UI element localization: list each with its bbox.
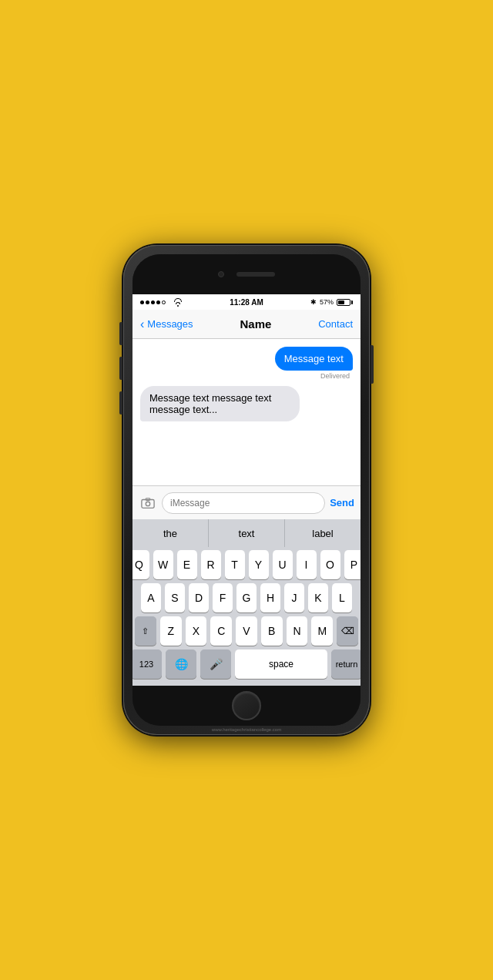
send-button[interactable]: Send — [330, 497, 354, 508]
svg-point-1 — [146, 502, 149, 505]
keyboard-row-2: A S D F G H J K L — [135, 583, 358, 612]
received-message-text: Message text message text message text..… — [149, 392, 271, 415]
autocomplete-item-the[interactable]: the — [132, 519, 209, 547]
key-l[interactable]: L — [332, 583, 352, 612]
delivered-status: Delivered — [320, 372, 350, 380]
signal-dot-3 — [151, 300, 155, 304]
svg-rect-0 — [142, 499, 154, 508]
key-k[interactable]: K — [308, 583, 328, 612]
key-n[interactable]: N — [287, 616, 308, 646]
conversation-name: Name — [240, 317, 271, 331]
key-j[interactable]: J — [284, 583, 304, 612]
key-q[interactable]: Q — [132, 550, 149, 579]
status-time: 11:28 AM — [230, 298, 263, 307]
sent-message-text: Message text — [284, 353, 344, 364]
phone-bottom-hardware — [132, 686, 361, 726]
phone-top-hardware — [132, 254, 361, 294]
key-m[interactable]: M — [311, 616, 333, 646]
key-p[interactable]: P — [344, 550, 361, 579]
key-g[interactable]: G — [236, 583, 257, 612]
key-y[interactable]: Y — [249, 550, 269, 579]
status-right-icons: ✱ 57% — [310, 298, 353, 306]
signal-dot-2 — [146, 300, 149, 304]
key-h[interactable]: H — [260, 583, 280, 612]
key-c[interactable]: C — [210, 616, 232, 646]
key-o[interactable]: O — [320, 550, 340, 579]
message-input-area: Send — [132, 485, 361, 519]
battery-percent: 57% — [320, 298, 334, 306]
keyboard-row-4: 123 🌐 🎤 space return — [135, 649, 358, 679]
sent-bubble: Message text — [275, 347, 353, 371]
key-x[interactable]: X — [186, 616, 207, 646]
key-delete[interactable]: ⌫ — [337, 616, 358, 646]
phone-frame: 11:28 AM ✱ 57% ‹ Messages — [123, 245, 370, 735]
home-button[interactable] — [232, 691, 261, 720]
autocomplete-bar: the text label — [132, 519, 361, 547]
key-f[interactable]: F — [213, 583, 233, 612]
key-d[interactable]: D — [189, 583, 209, 612]
status-bar: 11:28 AM ✱ 57% — [132, 294, 361, 310]
back-chevron-icon: ‹ — [140, 317, 144, 331]
keyboard: Q W E R T Y U I O P A S D F G — [132, 547, 361, 686]
key-mic[interactable]: 🎤 — [200, 649, 231, 679]
signal-dot-1 — [140, 300, 144, 304]
keyboard-row-3: ⇧ Z X C V B N M ⌫ — [135, 616, 358, 646]
key-b[interactable]: B — [261, 616, 283, 646]
key-return[interactable]: return — [331, 649, 361, 679]
key-globe[interactable]: 🌐 — [166, 649, 196, 679]
navigation-bar: ‹ Messages Name Contact — [132, 310, 361, 339]
signal-indicator — [140, 295, 182, 309]
key-s[interactable]: S — [165, 583, 185, 612]
key-a[interactable]: A — [141, 583, 161, 612]
key-r[interactable]: R — [201, 550, 221, 579]
received-message-row: Message text message text message text..… — [140, 386, 353, 421]
contact-button[interactable]: Contact — [318, 318, 353, 330]
key-v[interactable]: V — [236, 616, 257, 646]
key-i[interactable]: I — [297, 550, 317, 579]
key-shift[interactable]: ⇧ — [135, 616, 156, 646]
received-bubble: Message text message text message text..… — [140, 386, 300, 421]
back-label: Messages — [147, 318, 193, 330]
signal-dot-5 — [162, 300, 166, 304]
key-t[interactable]: T — [225, 550, 245, 579]
autocomplete-item-label[interactable]: label — [285, 519, 361, 547]
screen: 11:28 AM ✱ 57% ‹ Messages — [132, 294, 361, 686]
keyboard-row-1: Q W E R T Y U I O P — [135, 550, 358, 579]
phone-body: 11:28 AM ✱ 57% ‹ Messages — [132, 254, 361, 726]
key-z[interactable]: Z — [160, 616, 182, 646]
camera-icon[interactable] — [139, 494, 157, 512]
key-u[interactable]: U — [273, 550, 293, 579]
battery-icon — [337, 299, 353, 306]
watermark: www.heritagechristiancollege.com — [212, 727, 281, 732]
autocomplete-item-text[interactable]: text — [209, 519, 285, 547]
back-button[interactable]: ‹ Messages — [140, 317, 193, 331]
front-camera — [218, 271, 224, 277]
bluetooth-icon: ✱ — [310, 298, 317, 306]
earpiece-speaker — [236, 272, 275, 277]
wifi-icon — [174, 298, 182, 307]
key-w[interactable]: W — [153, 550, 173, 579]
key-e[interactable]: E — [177, 550, 197, 579]
key-123[interactable]: 123 — [132, 649, 162, 679]
imessage-input[interactable] — [162, 492, 325, 514]
key-space[interactable]: space — [235, 649, 327, 679]
signal-dot-4 — [156, 300, 160, 304]
sent-message-row: Message text Delivered — [140, 347, 353, 380]
messages-area: Message text Delivered Message text mess… — [132, 339, 361, 485]
